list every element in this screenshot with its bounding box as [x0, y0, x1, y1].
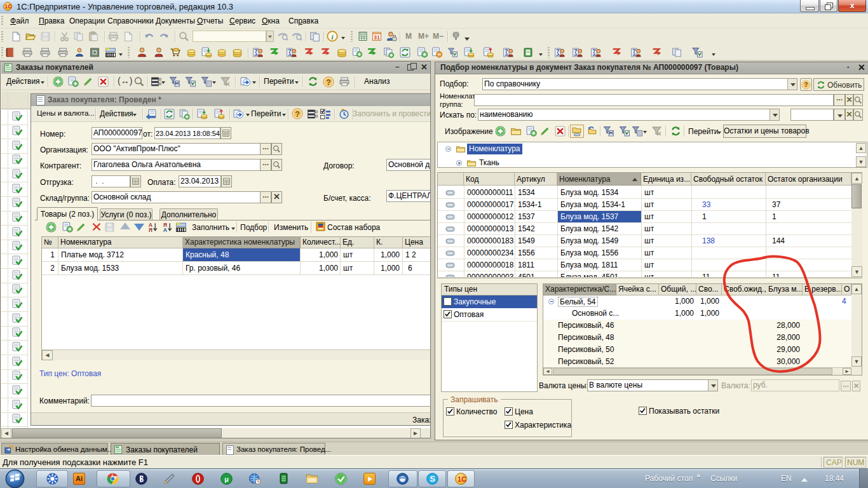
svg-text:S: S	[430, 474, 435, 484]
svg-text:μ: μ	[224, 475, 229, 483]
